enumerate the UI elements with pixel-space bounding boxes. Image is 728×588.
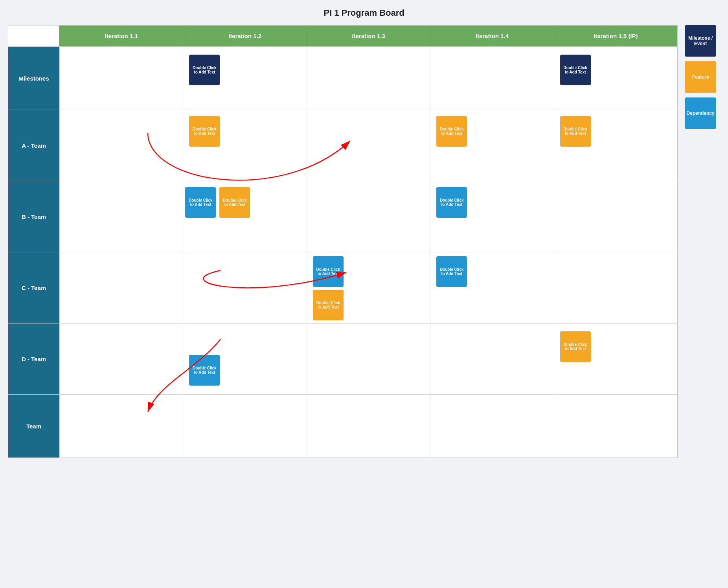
card-bteam-iter2-blue[interactable]: Double Click to Add Text: [185, 187, 216, 218]
cell-cteam-5[interactable]: [554, 252, 677, 323]
cell-bteam-3[interactable]: [307, 181, 430, 252]
row-dteam: D - Team Double Click to Add Text Double…: [8, 323, 677, 394]
cell-team-2[interactable]: [183, 395, 306, 458]
board-header: Iteration 1.1 Iteration 1.2 Iteration 1.…: [8, 26, 677, 46]
cell-milestones-5[interactable]: Double Click to Add Text: [554, 47, 677, 110]
card-dteam-iter5[interactable]: Double Click to Add Text: [560, 331, 591, 362]
col-header-1: Iteration 1.1: [59, 26, 183, 46]
board-body: Milestones Double Click to Add Text Doub…: [8, 46, 677, 458]
row-milestones: Milestones Double Click to Add Text Doub…: [8, 46, 677, 110]
cell-dteam-5[interactable]: Double Click to Add Text: [554, 323, 677, 394]
cell-milestones-3[interactable]: [307, 47, 430, 110]
cell-cteam-4[interactable]: Double Click to Add Text: [430, 252, 553, 323]
col-header-3: Iteration 1.3: [307, 26, 430, 46]
cell-team-3[interactable]: [307, 395, 430, 458]
cell-team-1[interactable]: [59, 395, 183, 458]
cell-dteam-1[interactable]: [59, 323, 183, 394]
cell-team-4[interactable]: [430, 395, 553, 458]
legend-sidebar: Milestone / Event Feature Dependency: [685, 25, 720, 129]
cell-cteam-1[interactable]: [59, 252, 183, 323]
program-board: Iteration 1.1 Iteration 1.2 Iteration 1.…: [8, 25, 678, 458]
row-label-ateam: A - Team: [8, 110, 59, 181]
col-header-4: Iteration 1.4: [430, 26, 553, 46]
cell-bteam-4[interactable]: Double Click to Add Text: [430, 181, 553, 252]
cell-ateam-5[interactable]: Double Click to Add Text: [554, 110, 677, 181]
page-title: PI 1 Program Board: [8, 8, 720, 18]
cell-bteam-2[interactable]: Double Click to Add Text Double Click to…: [183, 181, 306, 252]
legend-feature: Feature: [685, 61, 716, 93]
card-ateam-iter4[interactable]: Double Click to Add Text: [436, 116, 467, 147]
cell-bteam-5[interactable]: [554, 181, 677, 252]
row-cteam: C - Team Double Click to Add Text Double…: [8, 252, 677, 323]
cell-cteam-3[interactable]: Double Click to Add Text Double Click to…: [307, 252, 430, 323]
cell-milestones-1[interactable]: [59, 47, 183, 110]
cell-ateam-2[interactable]: Double Click to Add Text: [183, 110, 306, 181]
cell-ateam-1[interactable]: [59, 110, 183, 181]
cell-bteam-1[interactable]: [59, 181, 183, 252]
row-label-milestones: Milestones: [8, 47, 59, 110]
card-ateam-iter2[interactable]: Double Click to Add Text: [189, 116, 220, 147]
row-label-bteam: B - Team: [8, 181, 59, 252]
legend-milestone: Milestone / Event: [685, 25, 716, 57]
row-label-dteam: D - Team: [8, 323, 59, 394]
cell-dteam-4[interactable]: [430, 323, 553, 394]
cell-ateam-3[interactable]: [307, 110, 430, 181]
row-bteam: B - Team Double Click to Add Text Double…: [8, 181, 677, 252]
card-ateam-iter5[interactable]: Double Click to Add Text: [560, 116, 591, 147]
cell-milestones-4[interactable]: [430, 47, 553, 110]
cell-ateam-4[interactable]: Double Click to Add Text: [430, 110, 553, 181]
card-milestone-iter2[interactable]: Double Click to Add Text: [189, 55, 220, 85]
row-label-cteam: C - Team: [8, 252, 59, 323]
cell-team-5[interactable]: [554, 395, 677, 458]
card-dteam-iter2[interactable]: Double Click to Add Text: [189, 355, 220, 386]
board-container: Iteration 1.1 Iteration 1.2 Iteration 1.…: [8, 25, 720, 458]
cell-dteam-3[interactable]: [307, 323, 430, 394]
header-corner: [8, 26, 59, 46]
row-team: Team: [8, 394, 677, 458]
row-ateam: A - Team Double Click to Add Text Double…: [8, 110, 677, 181]
card-bteam-iter2-orange[interactable]: Double Click to Add Text: [219, 187, 250, 218]
row-label-team: Team: [8, 395, 59, 458]
legend-dependency: Dependency: [685, 97, 716, 129]
card-cteam-iter4[interactable]: Double Click to Add Text: [436, 256, 467, 287]
card-bteam-iter4[interactable]: Double Click to Add Text: [436, 187, 467, 218]
card-cteam-iter3-orange[interactable]: Double Click to Add Text: [313, 290, 344, 320]
cell-milestones-2[interactable]: Double Click to Add Text: [183, 47, 306, 110]
col-header-5: Iteration 1.5 (IP): [554, 26, 677, 46]
cell-dteam-2[interactable]: Double Click to Add Text: [183, 323, 306, 394]
card-milestone-iter5[interactable]: Double Click to Add Text: [560, 55, 591, 85]
card-cteam-iter3-blue[interactable]: Double Click to Add Text: [313, 256, 344, 287]
col-header-2: Iteration 1.2: [183, 26, 306, 46]
cell-cteam-2[interactable]: [183, 252, 306, 323]
